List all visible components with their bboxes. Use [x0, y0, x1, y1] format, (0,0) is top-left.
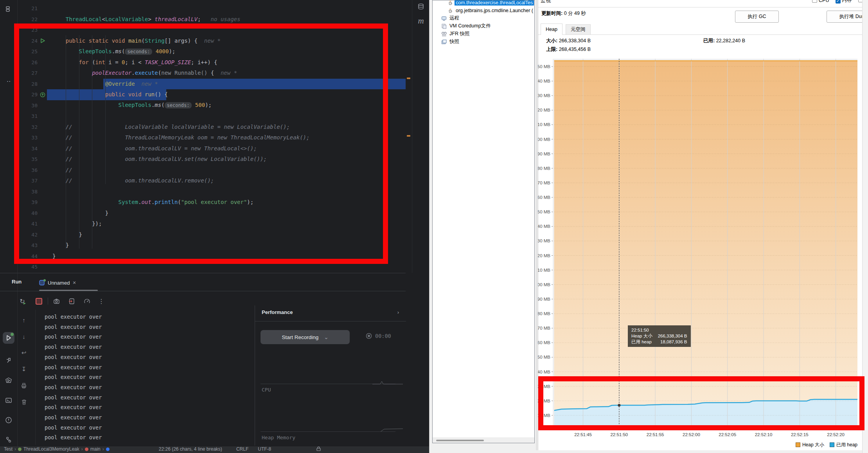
down-arrow-icon[interactable]: ↓ [20, 332, 28, 341]
code-line[interactable]: 31 [17, 111, 406, 122]
structure-icon[interactable] [3, 3, 14, 15]
clear-trash-icon[interactable] [20, 398, 28, 406]
memory-tabs: Heap 元空间 [538, 23, 868, 35]
svg-text:100 MB: 100 MB [538, 282, 550, 287]
more-kebab-icon[interactable]: ⋮ [97, 297, 106, 305]
splitter[interactable] [536, 0, 537, 450]
close-icon[interactable]: ✕ [72, 280, 76, 285]
line-number: 30 [17, 103, 38, 108]
run-panel-title: Run [12, 279, 22, 285]
start-recording-label: Start Recording [282, 334, 318, 340]
code-line[interactable]: 44} [17, 251, 406, 262]
applications-tree[interactable]: com.threadexercise.threadLocalTesorg.jet… [432, 0, 535, 443]
cpu-section-label: CPU [262, 387, 271, 393]
print-icon[interactable] [20, 381, 28, 390]
code-line[interactable]: 35 // oom.threadLocalLV.set(new LocalVar… [17, 154, 406, 165]
tab-heap[interactable]: Heap [541, 23, 562, 35]
recording-timer: 00:00 [366, 333, 391, 339]
maven-icon[interactable]: m [415, 15, 427, 27]
code-text: // LocalVariable localVariable = new Loc… [52, 122, 290, 133]
tab-metaspace[interactable]: 元空间 [566, 24, 591, 35]
code-text: SleepTools.ms(seconds: 500); [52, 100, 212, 111]
snapshot-camera-icon[interactable] [52, 297, 61, 305]
run-tab-unnamed[interactable]: Unnamed ✕ [39, 276, 76, 289]
lock-icon[interactable] [316, 446, 321, 451]
tree-item[interactable]: com.threadexercise.threadLocalTes [447, 0, 534, 6]
line-number: 40 [17, 210, 38, 216]
code-line[interactable]: 27 poolExecutor.execute(new Runnable() {… [17, 68, 406, 79]
tree-item[interactable]: 远程 [441, 15, 460, 22]
line-number: 41 [17, 221, 38, 227]
soft-wrap-icon[interactable]: ↩ [20, 348, 28, 357]
checkbox-CPU[interactable]: CPU [812, 0, 829, 3]
code-line[interactable]: 41 }); [17, 218, 406, 229]
tree-item[interactable]: JFR 快照 [441, 31, 471, 37]
code-line[interactable]: 24 public static void main(String[] args… [17, 36, 406, 47]
chevron-right-icon[interactable]: › [397, 309, 399, 315]
monitor-header: 监视 [541, 0, 551, 4]
line-ending[interactable]: CRLF [236, 446, 248, 452]
code-line[interactable]: 38 [17, 186, 406, 197]
rerun-icon[interactable]: ↻ [18, 297, 27, 305]
performance-panel: Performance › Start Recording ⌄ 00:00 CP… [255, 305, 406, 446]
thread-dump-icon[interactable] [67, 297, 76, 305]
svg-text:160 MB: 160 MB [538, 195, 550, 200]
more-icon[interactable]: ‥ [3, 74, 14, 85]
code-line[interactable]: 26 for (int i = 0; i < TASK_LOOP_SIZE; i… [17, 57, 406, 68]
code-text: SleepTools.ms(seconds: 4000); [52, 46, 175, 58]
svg-text:30 MB: 30 MB [538, 384, 550, 389]
divider [538, 7, 868, 7]
code-line[interactable]: 37 // oom.threadLocalLV.remove(); [17, 175, 406, 186]
code-line[interactable]: 25 SleepTools.ms(seconds: 4000); [17, 46, 406, 57]
code-line[interactable]: 43 } [17, 240, 406, 251]
tree-item[interactable]: org.jetbrains.jps.cmdline.Launcher ( [447, 7, 534, 14]
breadcrumb-item[interactable]: Test [4, 446, 13, 452]
breadcrumb-item[interactable]: ThreadLocal3MemoryLeak [23, 446, 79, 452]
run-console-output[interactable]: pool executor overpool executor overpool… [35, 310, 249, 445]
line-number: 29 [17, 92, 38, 97]
code-line[interactable]: 39 System.out.println("pool executor ove… [17, 197, 406, 208]
cpu-gauge-icon[interactable] [83, 297, 91, 305]
breadcrumb[interactable]: Test›ThreadLocal3MemoryLeak›main› [4, 446, 110, 452]
code-line[interactable]: 23 [17, 25, 406, 36]
heap-chart[interactable]: 10 MB20 MB30 MB40 MB50 MB60 MB70 MB80 MB… [538, 55, 868, 453]
code-line[interactable]: 32 // LocalVariable localVariable = new … [17, 122, 406, 133]
code-editor[interactable]: 2122 ThreadLocal<LocalVariable> threadLo… [17, 0, 406, 273]
svg-text:120 MB: 120 MB [538, 253, 550, 258]
code-line[interactable]: 21 [17, 3, 406, 14]
database-icon[interactable] [415, 1, 427, 13]
start-recording-button[interactable]: Start Recording ⌄ [261, 330, 350, 344]
code-line[interactable]: 33 // ThreadLocalMemoryLeak oom = new Th… [17, 132, 406, 143]
console-line: pool executor over [45, 364, 102, 370]
checkbox-内存[interactable]: ✓内存 [836, 0, 852, 4]
encoding[interactable]: UTF-8 [258, 446, 271, 452]
console-line: pool executor over [45, 374, 102, 380]
code-line[interactable]: 45 [17, 262, 406, 273]
code-line[interactable]: 22 ThreadLocal<LocalVariable> threadLoca… [17, 14, 406, 25]
run-gutter-icon[interactable] [38, 38, 48, 43]
error-stripe-mark [407, 135, 410, 137]
code-line[interactable]: 29 public void run() { [17, 89, 406, 100]
tree-item[interactable]: VM Coredump文件 [441, 23, 492, 29]
code-line[interactable]: 34 // oom.threadLocalLV = new ThreadLoca… [17, 143, 406, 154]
breadcrumb-item[interactable]: main [90, 446, 101, 452]
monitor-checkboxes: CPU✓内存类线程 [812, 0, 868, 4]
code-text: } [52, 240, 69, 251]
tree-item[interactable]: 快照 [441, 38, 460, 45]
svg-text:130 MB: 130 MB [538, 238, 550, 243]
caret-position[interactable]: 22:26 (26 chars, 4 line breaks) [159, 446, 222, 452]
scroll-to-end-icon[interactable]: ↧ [20, 365, 28, 374]
code-line[interactable]: 30 SleepTools.ms(seconds: 500); [17, 100, 406, 111]
code-line[interactable]: 36 // [17, 165, 406, 176]
code-line[interactable]: 42 } [17, 229, 406, 240]
implements-gutter-icon[interactable] [38, 92, 48, 97]
up-arrow-icon[interactable]: ↑ [20, 316, 28, 324]
tree-hscrollbar-thumb[interactable] [436, 440, 484, 441]
process-icon [39, 280, 45, 286]
stop-icon[interactable] [34, 297, 43, 305]
code-text: System.out.println("pool executor over")… [52, 197, 253, 208]
code-line[interactable]: 40 } [17, 208, 406, 219]
code-text: public void run() { [52, 89, 168, 100]
perform-gc-button[interactable]: 执行 GC [735, 11, 779, 23]
code-line[interactable]: 28 @Override new * [17, 79, 406, 90]
